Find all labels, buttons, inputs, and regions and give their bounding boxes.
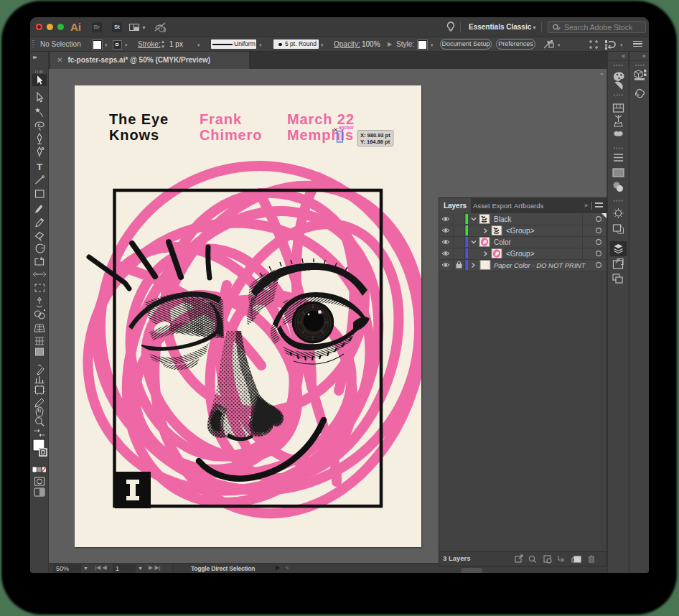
svg-text:Black: Black	[494, 215, 512, 223]
svg-text:<Group>: <Group>	[506, 250, 535, 258]
svg-text:The Eye: The Eye	[109, 111, 169, 127]
svg-text:Chimero: Chimero	[200, 127, 262, 143]
svg-text:anchor: anchor	[339, 125, 355, 130]
svg-text:Color: Color	[494, 238, 512, 246]
svg-text:<Group>: <Group>	[506, 227, 535, 235]
svg-text:Frank: Frank	[200, 111, 242, 127]
svg-text:Y: 164.86 pt: Y: 164.86 pt	[360, 139, 390, 145]
svg-text:Paper Color - DO NOT PRINT: Paper Color - DO NOT PRINT	[494, 261, 586, 269]
svg-text:Knows: Knows	[109, 127, 159, 143]
svg-text:T: T	[37, 162, 43, 172]
svg-text:X: 980.93 pt: X: 980.93 pt	[360, 132, 390, 139]
